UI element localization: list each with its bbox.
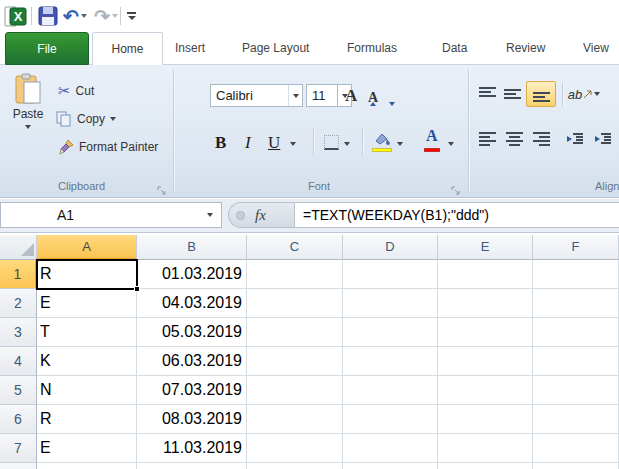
bottom-align-button[interactable] [526,81,556,107]
column-header-D[interactable]: D [343,235,438,260]
font-dialog-launcher-icon[interactable] [451,182,461,192]
align-right-button[interactable] [529,127,553,151]
tab-file[interactable]: File [5,32,89,65]
name-box-caret-icon[interactable] [199,203,221,227]
font-name-combo[interactable]: Calibri [210,84,303,107]
customize-qat-icon[interactable] [127,4,136,28]
orientation-dropdown-caret[interactable] [594,92,600,96]
row-header-1[interactable]: 1 [0,260,37,289]
copy-button[interactable]: Copy [56,111,116,127]
cut-button[interactable]: ✂ Cut [58,82,94,100]
cell-C7[interactable] [247,434,343,463]
borders-button[interactable] [324,128,339,155]
cell-B7[interactable]: 11.03.2019 [137,434,247,463]
excel-logo-icon[interactable]: X [4,4,27,28]
tab-home[interactable]: Home [92,32,163,66]
cell-D6[interactable] [343,405,438,434]
row-header-2[interactable]: 2 [0,289,37,318]
cell-D8[interactable] [343,463,438,469]
cell-B4[interactable]: 06.03.2019 [137,347,247,376]
bold-button[interactable]: B [215,128,226,155]
row-header-6[interactable]: 6 [0,405,37,434]
cell-A5[interactable]: N [37,376,137,405]
cell-D5[interactable] [343,376,438,405]
orientation-button[interactable]: ab [567,82,601,106]
cell-D4[interactable] [343,347,438,376]
decrease-indent-button[interactable] [563,127,587,151]
cell-B8[interactable] [137,463,247,469]
tab-review[interactable]: Review [506,32,545,65]
cell-A2[interactable]: E [37,289,137,318]
font-size-combo[interactable]: 11 [306,84,338,107]
cell-E1[interactable] [438,260,533,289]
cell-E2[interactable] [438,289,533,318]
cell-A8[interactable] [37,463,137,469]
cell-F1[interactable] [533,260,619,289]
column-header-A[interactable]: A [37,235,137,260]
cell-D1[interactable] [343,260,438,289]
undo-icon[interactable]: ↶ [63,4,87,28]
cell-A1[interactable]: R [37,260,137,289]
underline-dropdown-caret[interactable] [290,128,296,155]
tab-insert[interactable]: Insert [175,32,205,65]
align-center-button[interactable] [502,127,526,151]
top-align-button[interactable] [475,82,499,106]
font-color-button[interactable]: A [424,128,440,155]
cell-C8[interactable] [247,463,343,469]
format-painter-button[interactable]: Format Painter [58,139,158,155]
row-header-7[interactable]: 7 [0,434,37,463]
fill-color-button[interactable] [372,128,392,155]
cell-C6[interactable] [247,405,343,434]
cell-E6[interactable] [438,405,533,434]
cell-C4[interactable] [247,347,343,376]
increase-indent-button[interactable] [591,127,615,151]
fill-color-dropdown-caret[interactable] [397,128,403,155]
insert-function-icon[interactable]: fx [255,207,266,224]
cell-F7[interactable] [533,434,619,463]
column-header-C[interactable]: C [247,235,343,260]
formula-input[interactable]: =TEXT(WEEKDAY(B1);"ddd") [294,202,619,228]
column-header-E[interactable]: E [438,235,533,260]
cell-F6[interactable] [533,405,619,434]
save-icon[interactable] [38,4,58,28]
underline-button[interactable]: U [268,128,280,155]
column-header-B[interactable]: B [137,235,247,260]
tab-view[interactable]: View [583,32,609,65]
row-header-3[interactable]: 3 [0,318,37,347]
clipboard-dialog-launcher-icon[interactable] [157,182,167,192]
shrink-font-button[interactable]: A [368,81,395,108]
cell-D3[interactable] [343,318,438,347]
cell-B5[interactable]: 07.03.2019 [137,376,247,405]
cell-A3[interactable]: T [37,318,137,347]
cell-E5[interactable] [438,376,533,405]
paste-button[interactable]: Paste [6,73,50,165]
cell-E4[interactable] [438,347,533,376]
cell-B1[interactable]: 01.03.2019 [137,260,247,289]
tab-data[interactable]: Data [442,32,467,65]
cell-C2[interactable] [247,289,343,318]
tab-formulas[interactable]: Formulas [347,32,397,65]
borders-dropdown-caret[interactable] [344,128,350,155]
middle-align-button[interactable] [500,82,524,106]
name-box[interactable]: A1 [0,202,222,228]
paste-dropdown-caret[interactable] [25,125,31,129]
font-name-caret-icon[interactable] [288,85,302,106]
cell-A7[interactable]: E [37,434,137,463]
cell-C5[interactable] [247,376,343,405]
row-header-4[interactable]: 4 [0,347,37,376]
cell-C3[interactable] [247,318,343,347]
font-color-dropdown-caret[interactable] [448,128,454,155]
cell-F4[interactable] [533,347,619,376]
tab-page-layout[interactable]: Page Layout [242,32,309,65]
row-header-8[interactable] [0,463,37,469]
cell-E3[interactable] [438,318,533,347]
align-left-button[interactable] [475,127,499,151]
select-all-button[interactable] [0,235,37,260]
column-header-F[interactable]: F [533,235,619,260]
cell-D2[interactable] [343,289,438,318]
cell-A4[interactable]: K [37,347,137,376]
cell-B3[interactable]: 05.03.2019 [137,318,247,347]
row-header-5[interactable]: 5 [0,376,37,405]
copy-dropdown-caret[interactable] [110,117,116,121]
cell-B6[interactable]: 08.03.2019 [137,405,247,434]
